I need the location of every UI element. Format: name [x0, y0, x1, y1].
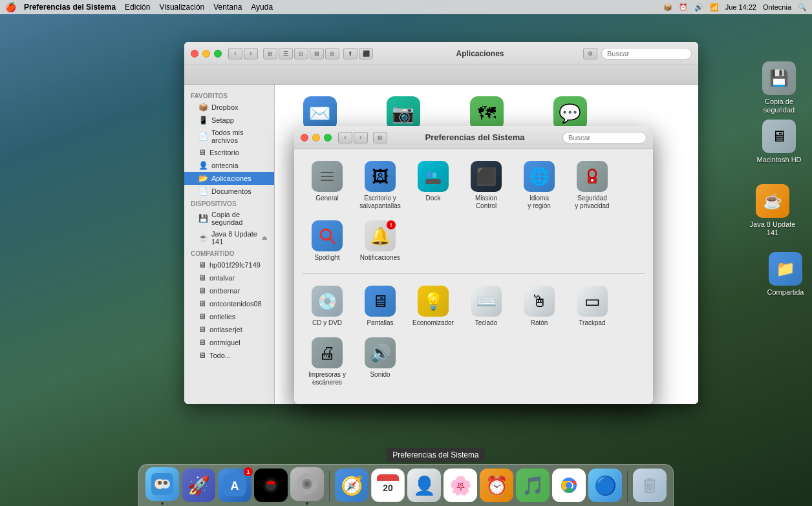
pref-escritorio[interactable]: 🖼 Escritorio ysalvapantallas — [355, 157, 405, 214]
sidebar-item-copia[interactable]: 💾 Copia de seguridad — [184, 209, 274, 228]
ontlaserjet-sidebar-icon: 🖥 — [198, 325, 206, 334]
coverflow-button[interactable]: ⊠ — [310, 48, 324, 59]
sysprefs-forward-button[interactable]: › — [354, 132, 368, 143]
dock-item-trash[interactable] — [633, 469, 667, 506]
pref-pantallas[interactable]: 🖥 Pantallas — [355, 282, 405, 331]
icon-view-button[interactable]: ⊞ — [263, 48, 277, 59]
finder-search-input[interactable] — [601, 48, 692, 59]
sysprefs-close-button[interactable] — [301, 134, 308, 142]
pref-dock-icon — [418, 161, 449, 192]
sysprefs-maximize-button[interactable] — [324, 134, 332, 142]
sidebar-item-ontbernar[interactable]: 🖥 ontbernar — [184, 284, 274, 297]
more-view-button[interactable]: ⊞ — [325, 48, 339, 59]
list-view-button[interactable]: ☰ — [279, 48, 293, 59]
desktop-icon-macintosh[interactable]: 🖥 Macintosh HD — [753, 120, 805, 164]
sidebar-item-todos[interactable]: 📄 Todos mis archivos — [184, 127, 274, 146]
sysprefs-back-button[interactable]: ‹ — [338, 132, 352, 143]
dock-item-finder2[interactable]: 🔵 — [588, 469, 622, 506]
sidebar-java-label: Java 8 Update 141 — [211, 230, 259, 246]
apple-menu[interactable]: 🍎 — [5, 2, 16, 12]
dock-item-spotify[interactable]: 🎵 — [516, 469, 550, 506]
desktop-icon-java[interactable]: ☕ Java 8 Update 141 — [747, 184, 798, 237]
pref-teclado[interactable]: ⌨️ Teclado — [461, 282, 511, 331]
minimize-button[interactable] — [202, 50, 210, 58]
dock-chrome-icon — [552, 469, 586, 502]
pref-impresoras[interactable]: 🖨 Impresoras yescáneres — [302, 333, 352, 386]
sidebar-item-hp[interactable]: 🖥 hp001f29fc7149 — [184, 258, 274, 271]
pref-spotlight[interactable]: Spotlight — [302, 216, 352, 266]
pref-mission[interactable]: ⬛ MissionControl — [461, 157, 511, 214]
sidebar-item-dropbox[interactable]: 📦 Dropbox — [184, 101, 274, 114]
dock-item-spypider[interactable] — [254, 469, 288, 506]
dock-item-chrome[interactable] — [552, 469, 586, 506]
pref-notificaciones-label: Notificaciones — [360, 254, 400, 262]
sysprefs-search-input[interactable] — [562, 132, 646, 143]
pref-mission-icon: ⬛ — [471, 161, 502, 192]
share-action-button[interactable]: ⬆ — [343, 48, 358, 59]
shared-folder-icon: 📁 — [769, 252, 802, 286]
dock-spypider-icon — [254, 469, 288, 502]
sysprefs-grid-button[interactable]: ⊞ — [373, 132, 387, 143]
label-action-button[interactable]: ⬛ — [359, 48, 373, 59]
pref-dock[interactable]: Dock — [408, 157, 458, 214]
menu-edicion[interactable]: Edición — [125, 3, 150, 12]
search-menubar-icon[interactable]: 🔍 — [798, 3, 807, 12]
desktop-icon-shared[interactable]: 📁 Compartida — [760, 252, 811, 297]
sidebar-item-aplicaciones[interactable]: 📂 Aplicaciones — [184, 172, 274, 185]
pref-raton[interactable]: 🖱 Ratón — [514, 282, 564, 331]
pref-cddvd[interactable]: 💿 CD y DVD — [302, 282, 352, 331]
finder-active-dot — [161, 502, 164, 505]
finder-traffic-lights — [191, 50, 222, 58]
volume-icon[interactable]: 🔊 — [694, 3, 703, 12]
sidebar-item-todo[interactable]: 🖥 Todo... — [184, 349, 274, 362]
sidebar-item-documentos[interactable]: 📄 Documentos — [184, 185, 274, 198]
dock-item-timemachine[interactable]: ⏰ — [480, 469, 513, 506]
sysprefs-content: General 🖼 Escritorio ysalvapantallas Doc… — [294, 149, 653, 386]
dock-item-safari[interactable]: 🧭 — [335, 469, 369, 506]
menu-ventana[interactable]: Ventana — [213, 3, 242, 12]
pref-idioma[interactable]: 🌐 Idiomay región — [514, 157, 564, 214]
maximize-button[interactable] — [214, 50, 222, 58]
sidebar-item-ontmiguel[interactable]: 🖥 ontmiguel — [184, 336, 274, 349]
menu-visualizacion[interactable]: Visualización — [159, 3, 204, 12]
pref-sonido-label: Sonido — [370, 371, 390, 379]
dock-item-fotos[interactable]: 🌸 — [443, 469, 477, 506]
pref-sonido[interactable]: 🔊 Sonido — [355, 333, 405, 386]
pref-impresoras-label: Impresoras yescáneres — [308, 371, 346, 386]
sidebar-setapp-label: Setapp — [211, 116, 234, 124]
menu-ayuda[interactable]: Ayuda — [251, 3, 273, 12]
dock-item-appstore[interactable]: A 1 — [218, 469, 251, 506]
sidebar-item-ontlelies[interactable]: 🖥 ontlelies — [184, 310, 274, 323]
desktop-icon-backup[interactable]: 💾 Copia de seguridad — [753, 61, 805, 114]
column-view-button[interactable]: ⊟ — [294, 48, 308, 59]
dock-item-contactos[interactable]: 👤 — [407, 469, 441, 506]
sidebar-item-ontlaserjet[interactable]: 🖥 ontlaserjet — [184, 323, 274, 336]
sidebar-item-escritorio[interactable]: 🖥 Escritorio — [184, 146, 274, 159]
wifi-icon[interactable]: 📶 — [710, 3, 719, 12]
dropbox-icon[interactable]: 📦 — [663, 3, 672, 12]
java-label: Java 8 Update 141 — [747, 220, 798, 237]
time-machine-menubar-icon[interactable]: ⏰ — [679, 3, 688, 12]
sidebar-item-ontcontenidos[interactable]: 🖥 ontcontenidos08 — [184, 297, 274, 310]
sysprefs-minimize-button[interactable] — [312, 134, 320, 142]
back-button[interactable]: ‹ — [228, 48, 242, 59]
pref-trackpad[interactable]: ▭ Trackpad — [567, 282, 617, 331]
pref-economizador[interactable]: 💡 Economizador — [408, 282, 458, 331]
sidebar-item-ontecnia[interactable]: 👤 ontecnia — [184, 159, 274, 172]
sidebar-item-java-device[interactable]: ☕ Java 8 Update 141 ⏏ — [184, 228, 274, 248]
finder-settings-button[interactable]: ⚙ — [583, 48, 597, 59]
sidebar-item-ontalvar[interactable]: 🖥 ontalvar — [184, 271, 274, 284]
dock-item-launchpad[interactable]: 🚀 — [182, 469, 215, 506]
app-name-menu[interactable]: Preferencias del Sistema — [24, 3, 116, 12]
java-device-sidebar-icon: ☕ — [198, 233, 208, 242]
pref-seguridad[interactable]: Seguridady privacidad — [567, 157, 617, 214]
forward-button[interactable]: › — [244, 48, 258, 59]
ontalvar-sidebar-icon: 🖥 — [198, 273, 206, 282]
dock-item-sysprefs[interactable] — [290, 467, 324, 506]
dock-item-finder[interactable] — [145, 467, 179, 506]
sidebar-item-setapp[interactable]: 📱 Setapp — [184, 114, 274, 127]
pref-notificaciones[interactable]: 🔔 ! Notificaciones — [355, 216, 405, 266]
dock-item-calendario[interactable]: 20 — [371, 469, 405, 506]
pref-general[interactable]: General — [302, 157, 352, 214]
close-button[interactable] — [191, 50, 198, 58]
